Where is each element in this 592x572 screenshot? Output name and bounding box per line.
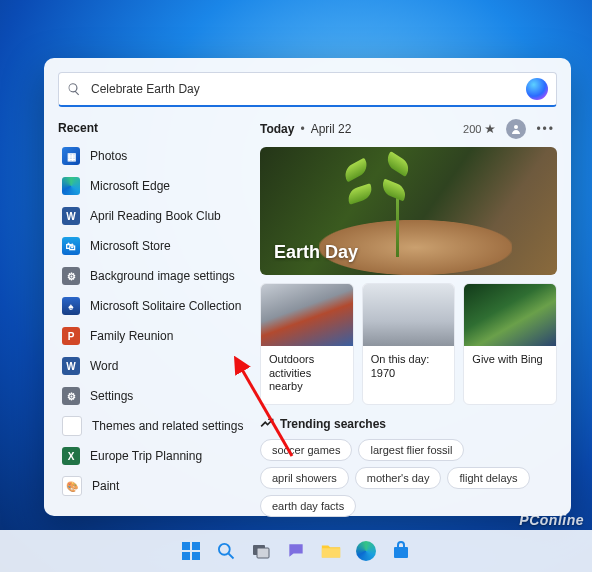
card-caption: Give with Bing (464, 346, 556, 377)
recent-item-label: Word (90, 359, 118, 373)
recent-heading: Recent (58, 121, 254, 135)
recent-item-label: Europe Trip Planning (90, 449, 202, 463)
more-button[interactable]: ••• (534, 122, 557, 136)
svg-rect-3 (182, 552, 190, 560)
recent-item[interactable]: ♠Microsoft Solitaire Collection (58, 291, 254, 321)
recent-item-label: Photos (90, 149, 127, 163)
app-icon: ⚙ (62, 267, 80, 285)
content-card[interactable]: Outdoors activities nearby (260, 283, 354, 405)
taskbar-store-button[interactable] (388, 538, 414, 564)
recent-item-label: Themes and related settings (92, 419, 243, 433)
svg-line-6 (229, 554, 234, 559)
recent-item[interactable]: ▦Photos (58, 141, 254, 171)
trending-chip[interactable]: april showers (260, 467, 349, 489)
taskbar-start-button[interactable] (178, 538, 204, 564)
taskbar (0, 530, 592, 572)
recent-item[interactable]: XEurope Trip Planning (58, 441, 254, 471)
app-icon: W (62, 207, 80, 225)
search-input[interactable] (89, 81, 526, 97)
watermark: PConline (519, 512, 584, 528)
recent-item[interactable]: PFamily Reunion (58, 321, 254, 351)
trending-chip[interactable]: soccer games (260, 439, 352, 461)
svg-rect-4 (192, 552, 200, 560)
taskbar-chat-button[interactable] (283, 538, 309, 564)
recent-item-label: Paint (92, 479, 119, 493)
trending-chip[interactable]: largest flier fossil (358, 439, 464, 461)
search-panel: Recent ▦PhotosMicrosoft EdgeWApril Readi… (44, 58, 571, 516)
content-card[interactable]: On this day: 1970 (362, 283, 456, 405)
app-icon: 🖊 (62, 416, 82, 436)
card-thumb (261, 284, 353, 346)
content-card[interactable]: Give with Bing (463, 283, 557, 405)
svg-rect-8 (257, 548, 269, 558)
app-icon: ⚙ (62, 387, 80, 405)
svg-rect-2 (192, 542, 200, 550)
search-marble-icon (526, 78, 548, 100)
hero-card[interactable]: Earth Day (260, 147, 557, 275)
svg-rect-1 (182, 542, 190, 550)
app-icon: X (62, 447, 80, 465)
recent-item-label: April Reading Book Club (90, 209, 221, 223)
app-icon: P (62, 327, 80, 345)
hero-label: Earth Day (274, 242, 358, 263)
svg-rect-10 (394, 547, 408, 558)
rewards-icon (484, 123, 496, 135)
recent-item[interactable]: 🖊Themes and related settings (58, 411, 254, 441)
recent-item[interactable]: 🎨Paint (58, 471, 254, 501)
recent-item[interactable]: WApril Reading Book Club (58, 201, 254, 231)
svg-point-5 (219, 544, 230, 555)
recent-item-label: Microsoft Solitaire Collection (90, 299, 241, 313)
search-icon (67, 82, 81, 96)
recent-item[interactable]: WWord (58, 351, 254, 381)
recent-item[interactable]: Microsoft Edge (58, 171, 254, 201)
trending-section: Trending searches soccer gameslargest fl… (260, 417, 557, 517)
today-label: Today (260, 122, 294, 136)
recent-item-label: Background image settings (90, 269, 235, 283)
card-thumb (464, 284, 556, 346)
app-icon: ▦ (62, 147, 80, 165)
recent-item-label: Family Reunion (90, 329, 173, 343)
app-icon: ♠ (62, 297, 80, 315)
app-icon: 🎨 (62, 476, 82, 496)
trending-icon (260, 417, 274, 431)
taskbar-search-button[interactable] (213, 538, 239, 564)
app-icon: W (62, 357, 80, 375)
app-icon (62, 177, 80, 195)
card-caption: On this day: 1970 (363, 346, 455, 391)
app-icon: 🛍 (62, 237, 80, 255)
recent-item[interactable]: 🛍Microsoft Store (58, 231, 254, 261)
recent-item-label: Microsoft Store (90, 239, 171, 253)
today-date: April 22 (311, 122, 352, 136)
user-avatar[interactable] (506, 119, 526, 139)
trending-heading: Trending searches (280, 417, 386, 431)
card-caption: Outdoors activities nearby (261, 346, 353, 404)
search-box[interactable] (58, 72, 557, 107)
recent-section: Recent ▦PhotosMicrosoft EdgeWApril Readi… (58, 119, 260, 517)
recent-item-label: Settings (90, 389, 133, 403)
rewards-points[interactable]: 200 (463, 123, 496, 135)
trending-chip[interactable]: mother's day (355, 467, 442, 489)
trending-chip[interactable]: earth day facts (260, 495, 356, 517)
taskbar-explorer-button[interactable] (318, 538, 344, 564)
today-header: Today • April 22 200 ••• (260, 119, 557, 139)
card-thumb (363, 284, 455, 346)
recent-item[interactable]: ⚙Background image settings (58, 261, 254, 291)
recent-item[interactable]: ⚙Settings (58, 381, 254, 411)
svg-rect-9 (322, 548, 340, 557)
trending-chip[interactable]: flight delays (447, 467, 529, 489)
svg-point-0 (514, 125, 518, 129)
taskbar-edge-button[interactable] (353, 538, 379, 564)
recent-item-label: Microsoft Edge (90, 179, 170, 193)
taskbar-taskview-button[interactable] (248, 538, 274, 564)
